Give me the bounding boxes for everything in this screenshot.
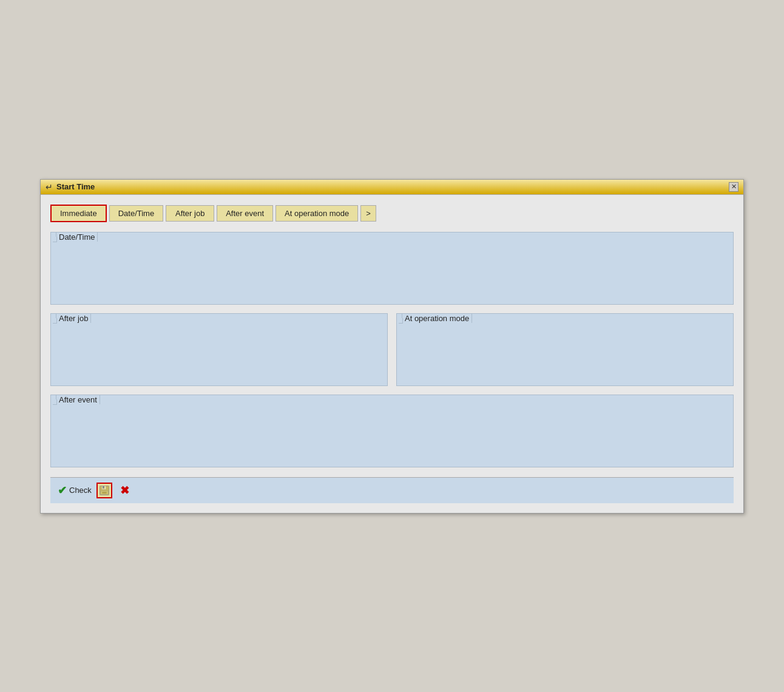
close-button[interactable]: ✕ xyxy=(729,182,738,192)
panel-operationmode: At operation mode xyxy=(396,313,734,386)
more-button[interactable]: > xyxy=(360,205,376,222)
panel-afterjob-label: After job xyxy=(56,313,91,323)
title-bar-left: ↵ Start Time xyxy=(46,182,95,192)
check-icon: ✔ xyxy=(58,484,67,497)
tab-afterevent[interactable]: After event xyxy=(217,205,273,222)
cancel-icon: ✖ xyxy=(120,484,129,497)
save-button[interactable] xyxy=(96,483,112,498)
save-icon xyxy=(99,485,110,496)
svg-rect-4 xyxy=(102,492,107,494)
panel-afterjob: After job xyxy=(50,313,388,386)
tab-afterjob[interactable]: After job xyxy=(166,205,214,222)
tab-operationmode[interactable]: At operation mode xyxy=(275,205,358,222)
toolbar: Immediate Date/Time After job After even… xyxy=(50,205,734,222)
window-icon: ↵ xyxy=(46,182,53,192)
check-label: Check xyxy=(69,486,92,495)
panels-area: Date/Time After job At operation mode Af… xyxy=(50,232,734,467)
panels-row: After job At operation mode xyxy=(50,313,734,386)
status-bar: ✔ Check ✖ xyxy=(50,477,734,503)
cancel-button[interactable]: ✖ xyxy=(117,483,133,498)
panel-operationmode-label: At operation mode xyxy=(402,313,472,323)
svg-rect-2 xyxy=(103,486,104,488)
window-title: Start Time xyxy=(56,182,95,191)
panel-datetime: Date/Time xyxy=(50,232,734,305)
main-window: ↵ Start Time ✕ Immediate Date/Time After… xyxy=(40,179,744,514)
panel-afterevent-label: After event xyxy=(56,395,100,404)
panel-datetime-label: Date/Time xyxy=(56,232,98,242)
window-content: Immediate Date/Time After job After even… xyxy=(41,195,743,513)
title-bar: ↵ Start Time ✕ xyxy=(41,180,743,195)
close-icon: ✕ xyxy=(731,183,737,191)
check-button[interactable]: ✔ Check xyxy=(58,484,92,497)
tab-datetime[interactable]: Date/Time xyxy=(109,205,163,222)
tab-immediate[interactable]: Immediate xyxy=(50,205,107,222)
panel-afterevent: After event xyxy=(50,395,734,467)
